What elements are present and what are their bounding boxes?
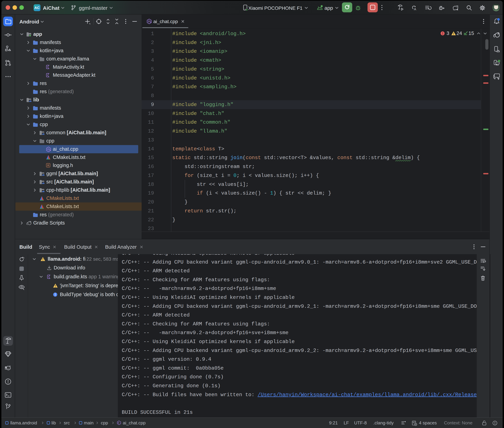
svg-text:C: C [148, 20, 150, 23]
svg-text:A: A [414, 7, 416, 11]
svg-text:C: C [118, 422, 119, 424]
svg-text:C: C [47, 148, 49, 151]
